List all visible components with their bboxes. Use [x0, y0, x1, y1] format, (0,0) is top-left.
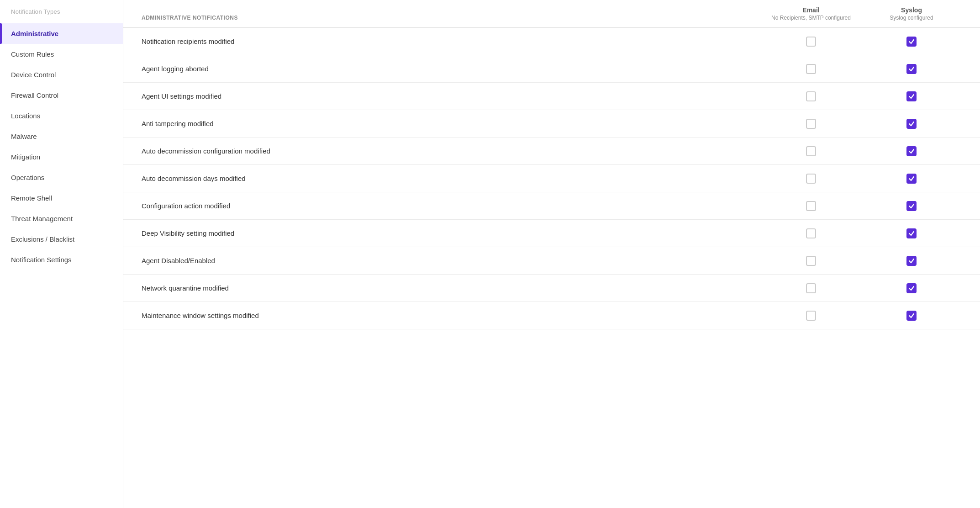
- syslog-checkbox-cell[interactable]: [861, 228, 962, 238]
- table-row: Anti tampering modified: [123, 110, 980, 138]
- email-checkbox-unchecked[interactable]: [806, 311, 816, 321]
- sidebar-item-custom-rules[interactable]: Custom Rules: [0, 44, 123, 64]
- table-row: Agent Disabled/Enabled: [123, 247, 980, 275]
- row-label: Network quarantine modified: [142, 276, 761, 300]
- table-header: ADMINISTRATIVE NOTIFICATIONS Email No Re…: [123, 0, 980, 28]
- syslog-checkbox-cell[interactable]: [861, 91, 962, 101]
- syslog-checkbox-checked[interactable]: [906, 283, 917, 293]
- sidebar-item-administrative[interactable]: Administrative: [0, 23, 123, 44]
- table-row: Deep Visibility setting modified: [123, 220, 980, 247]
- row-label: Auto decommission configuration modified: [142, 139, 761, 163]
- sidebar-item-exclusions-blacklist[interactable]: Exclusions / Blacklist: [0, 229, 123, 249]
- syslog-checkbox-checked[interactable]: [906, 64, 917, 74]
- table-row: Auto decommission days modified: [123, 165, 980, 192]
- email-column-header: Email No Recipients, SMTP configured: [761, 6, 861, 21]
- email-checkbox-cell[interactable]: [761, 91, 861, 101]
- syslog-checkbox-checked[interactable]: [906, 174, 917, 184]
- sidebar-item-threat-management[interactable]: Threat Management: [0, 208, 123, 229]
- syslog-checkbox-checked[interactable]: [906, 311, 917, 321]
- row-label: Deep Visibility setting modified: [142, 221, 761, 245]
- email-checkbox-unchecked[interactable]: [806, 228, 816, 238]
- row-label: Agent UI settings modified: [142, 84, 761, 108]
- sidebar-item-mitigation[interactable]: Mitigation: [0, 147, 123, 167]
- syslog-checkbox-cell[interactable]: [861, 146, 962, 156]
- email-checkbox-cell[interactable]: [761, 64, 861, 74]
- row-label: Notification recipients modified: [142, 29, 761, 53]
- sidebar-item-firewall-control[interactable]: Firewall Control: [0, 85, 123, 106]
- syslog-checkbox-cell[interactable]: [861, 201, 962, 211]
- sidebar: Notification Types AdministrativeCustom …: [0, 0, 123, 508]
- email-header-title: Email: [802, 6, 819, 14]
- email-checkbox-unchecked[interactable]: [806, 174, 816, 184]
- email-checkbox-cell[interactable]: [761, 37, 861, 47]
- syslog-checkbox-cell[interactable]: [861, 37, 962, 47]
- table-row: Configuration action modified: [123, 192, 980, 220]
- syslog-column-header: Syslog Syslog configured: [861, 6, 962, 21]
- sidebar-item-operations[interactable]: Operations: [0, 167, 123, 188]
- sidebar-item-remote-shell[interactable]: Remote Shell: [0, 188, 123, 208]
- syslog-checkbox-cell[interactable]: [861, 283, 962, 293]
- syslog-checkbox-cell[interactable]: [861, 119, 962, 129]
- email-checkbox-cell[interactable]: [761, 228, 861, 238]
- table-row: Agent UI settings modified: [123, 83, 980, 110]
- table-container: ADMINISTRATIVE NOTIFICATIONS Email No Re…: [123, 0, 980, 508]
- table-row: Maintenance window settings modified: [123, 302, 980, 329]
- syslog-checkbox-checked[interactable]: [906, 91, 917, 101]
- syslog-header-title: Syslog: [901, 6, 922, 14]
- email-checkbox-unchecked[interactable]: [806, 37, 816, 47]
- email-header-sub: No Recipients, SMTP configured: [771, 15, 851, 21]
- table-row: Auto decommission configuration modified: [123, 138, 980, 165]
- email-checkbox-cell[interactable]: [761, 174, 861, 184]
- syslog-checkbox-checked[interactable]: [906, 256, 917, 266]
- syslog-checkbox-checked[interactable]: [906, 119, 917, 129]
- email-checkbox-unchecked[interactable]: [806, 91, 816, 101]
- email-checkbox-cell[interactable]: [761, 201, 861, 211]
- sidebar-item-notification-settings[interactable]: Notification Settings: [0, 249, 123, 270]
- email-checkbox-unchecked[interactable]: [806, 64, 816, 74]
- table-rows: Notification recipients modifiedAgent lo…: [123, 28, 980, 329]
- sidebar-item-device-control[interactable]: Device Control: [0, 64, 123, 85]
- syslog-checkbox-checked[interactable]: [906, 228, 917, 238]
- row-label: Anti tampering modified: [142, 111, 761, 136]
- syslog-checkbox-cell[interactable]: [861, 174, 962, 184]
- row-label: Agent Disabled/Enabled: [142, 249, 761, 273]
- section-label: ADMINISTRATIVE NOTIFICATIONS: [142, 15, 761, 21]
- email-checkbox-unchecked[interactable]: [806, 119, 816, 129]
- syslog-checkbox-checked[interactable]: [906, 37, 917, 47]
- email-checkbox-cell[interactable]: [761, 311, 861, 321]
- table-row: Notification recipients modified: [123, 28, 980, 55]
- syslog-checkbox-checked[interactable]: [906, 146, 917, 156]
- syslog-checkbox-cell[interactable]: [861, 64, 962, 74]
- table-row: Network quarantine modified: [123, 275, 980, 302]
- email-checkbox-unchecked[interactable]: [806, 146, 816, 156]
- syslog-header-sub: Syslog configured: [890, 15, 933, 21]
- email-checkbox-unchecked[interactable]: [806, 201, 816, 211]
- row-label: Agent logging aborted: [142, 57, 761, 81]
- email-checkbox-cell[interactable]: [761, 119, 861, 129]
- email-checkbox-cell[interactable]: [761, 256, 861, 266]
- table-row: Agent logging aborted: [123, 55, 980, 83]
- row-label: Maintenance window settings modified: [142, 303, 761, 328]
- sidebar-item-malware[interactable]: Malware: [0, 126, 123, 147]
- sidebar-title: Notification Types: [0, 8, 123, 23]
- syslog-checkbox-cell[interactable]: [861, 311, 962, 321]
- row-label: Auto decommission days modified: [142, 166, 761, 190]
- main-content: ADMINISTRATIVE NOTIFICATIONS Email No Re…: [123, 0, 980, 508]
- email-checkbox-unchecked[interactable]: [806, 283, 816, 293]
- email-checkbox-cell[interactable]: [761, 283, 861, 293]
- row-label: Configuration action modified: [142, 194, 761, 218]
- syslog-checkbox-checked[interactable]: [906, 201, 917, 211]
- syslog-checkbox-cell[interactable]: [861, 256, 962, 266]
- email-checkbox-unchecked[interactable]: [806, 256, 816, 266]
- sidebar-item-locations[interactable]: Locations: [0, 106, 123, 126]
- email-checkbox-cell[interactable]: [761, 146, 861, 156]
